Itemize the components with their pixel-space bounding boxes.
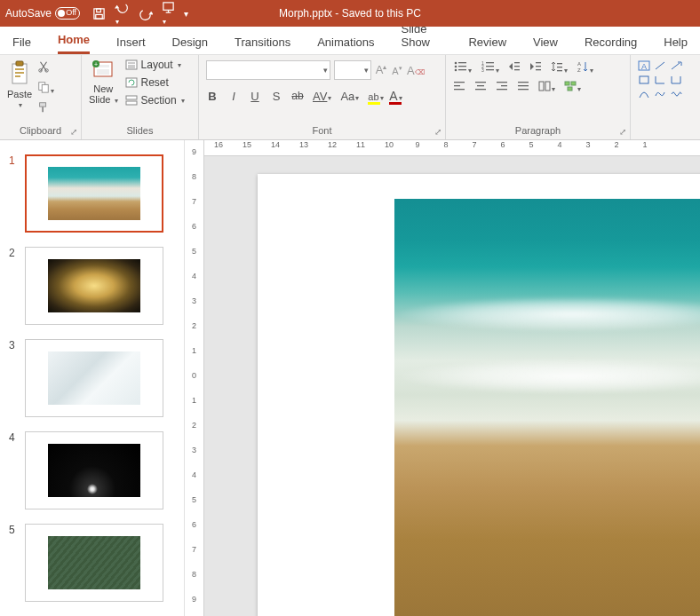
italic-button[interactable]: I [227,90,240,103]
svg-point-25 [455,62,457,65]
line-shape-icon[interactable] [654,60,668,73]
reset-button[interactable]: Reset [125,76,185,89]
slide-thumbnails-panel[interactable]: 12345 [0,140,185,616]
shapes-gallery[interactable]: A [638,60,684,101]
slide-thumbnail[interactable]: 1 [0,147,184,240]
textbox-shape-icon[interactable]: A [638,60,652,73]
svg-rect-54 [497,82,507,83]
autosave-toggle[interactable]: AutoSave Off [5,7,80,20]
thumbnail-image[interactable] [25,339,163,417]
dialog-launcher-icon[interactable]: ⤢ [433,127,443,138]
edit-surface[interactable] [204,156,700,616]
paste-button[interactable]: Paste ▾ [5,59,34,111]
increase-font-icon[interactable]: A▴ [375,63,387,76]
toggle-switch[interactable]: Off [55,7,80,20]
rect-shape-icon[interactable] [638,75,652,87]
scribble-shape-icon[interactable] [670,89,684,101]
curve-shape-icon[interactable] [638,89,652,101]
tab-transitions[interactable]: Transitions [235,30,290,54]
font-color-button[interactable]: A▾ [389,89,402,103]
svg-rect-48 [454,82,465,83]
tab-file[interactable]: File [12,30,31,54]
tab-insert[interactable]: Insert [116,30,146,54]
quick-access-toolbar: ▾ ▾ ▾ [92,1,188,27]
clipboard-icon [9,60,30,87]
char-spacing-button[interactable]: AV▾ [313,90,331,103]
layout-button[interactable]: Layout▾ [125,59,185,71]
justify-icon[interactable] [517,81,529,94]
smartart-icon[interactable]: ▾ [564,81,581,94]
shadow-button[interactable]: S [270,90,282,103]
ruler-tick: 6 [489,140,517,155]
bold-button[interactable]: B [206,90,219,103]
line-spacing-icon[interactable]: ▾ [551,60,568,75]
l-shape-icon[interactable] [654,75,668,87]
tab-animations[interactable]: Animations [317,30,374,54]
arrow-line-icon[interactable] [670,60,684,73]
increase-indent-icon[interactable] [529,60,542,75]
svg-rect-21 [128,65,135,68]
underline-button[interactable]: U [249,90,261,103]
new-slide-button[interactable]: + New Slide ▾ [87,59,120,105]
svg-rect-5 [16,61,23,66]
dialog-launcher-icon[interactable]: ⤢ [617,127,628,138]
decrease-font-icon[interactable]: A▾ [391,65,403,76]
slide-thumbnail[interactable]: 2 [0,240,184,332]
section-button[interactable]: Section▾ [125,94,185,107]
svg-text:+: + [94,61,98,67]
svg-text:A: A [577,61,581,67]
redo-icon[interactable] [139,7,153,20]
paste-label: Paste [7,89,32,99]
columns-icon[interactable]: ▾ [538,81,555,94]
present-icon[interactable]: ▾ [162,1,175,27]
tab-design[interactable]: Design [172,30,208,54]
document-title: Morph.pptx - Saved to this PC [279,7,421,20]
strikethrough-button[interactable]: ab [291,90,304,102]
group-paragraph: ▾ 123▾ ▾ AZ▾ ▾ ▾ Paragraph ⤢ [446,55,631,139]
undo-icon[interactable]: ▾ [115,1,131,27]
freeform-shape-icon[interactable] [654,89,668,101]
elbow-shape-icon[interactable] [670,75,684,87]
numbering-icon[interactable]: 123▾ [481,60,499,75]
align-center-icon[interactable] [474,81,487,94]
slide-number: 3 [9,339,18,351]
format-painter-icon[interactable] [37,101,54,116]
svg-rect-51 [475,82,486,83]
tab-recording[interactable]: Recording [585,30,637,54]
font-name-combo[interactable]: ▾ [206,60,330,80]
tab-review[interactable]: Review [468,30,506,54]
save-icon[interactable] [92,7,106,20]
ruler-tick: 9 [185,147,203,156]
slide-canvas[interactable] [258,174,700,616]
slide-thumbnail[interactable]: 4 [0,424,184,517]
slide-number: 5 [9,524,18,536]
font-size-combo[interactable]: ▾ [334,60,371,80]
svg-point-27 [455,66,457,68]
change-case-button[interactable]: Aa▾ [340,90,359,103]
thumbnail-image[interactable] [25,524,163,602]
slide-thumbnail[interactable]: 3 [0,332,184,424]
cut-icon[interactable] [37,60,54,75]
slide-image-beach[interactable] [394,199,700,616]
align-right-icon[interactable] [496,81,508,94]
slide-thumbnail[interactable]: 5 [0,517,184,609]
ribbon-tabs: File Home Insert Design Transitions Anim… [0,27,700,55]
tab-help[interactable]: Help [664,30,688,54]
sort-az-icon[interactable]: AZ▾ [577,60,593,75]
thumbnail-image[interactable] [25,431,163,509]
svg-rect-36 [486,69,494,70]
align-left-icon[interactable] [453,81,465,94]
svg-rect-23 [126,96,137,99]
dialog-launcher-icon[interactable]: ⤢ [68,127,79,138]
highlight-color-button[interactable]: ab▾ [368,90,380,103]
tab-view[interactable]: View [533,30,558,54]
bullets-icon[interactable]: ▾ [453,60,472,75]
svg-rect-32 [486,62,494,63]
qat-customize-icon[interactable]: ▾ [184,9,188,19]
decrease-indent-icon[interactable] [508,60,521,75]
thumbnail-image[interactable] [25,247,163,325]
copy-icon[interactable]: ▾ [37,81,54,96]
clear-formatting-icon[interactable]: A⌫ [407,64,425,77]
tab-home[interactable]: Home [58,28,90,54]
thumbnail-image[interactable] [25,154,163,233]
